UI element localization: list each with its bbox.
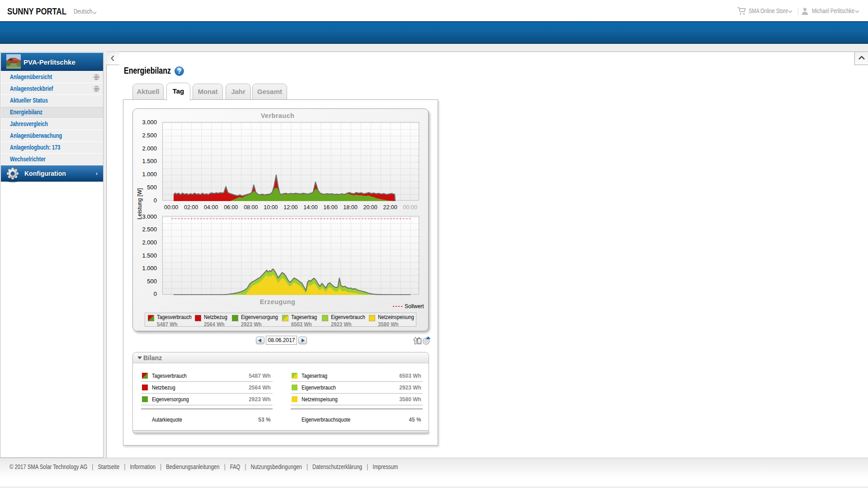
svg-text:?: ?: [177, 68, 181, 75]
